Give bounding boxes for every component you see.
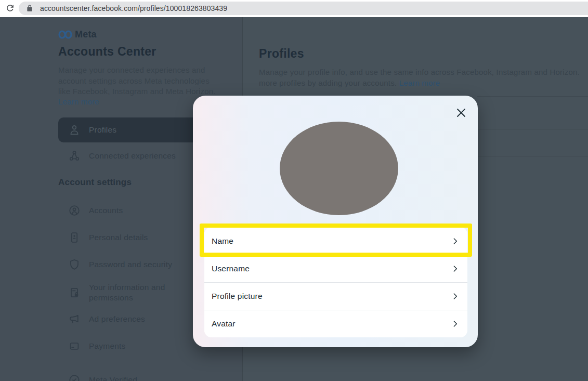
- profiles-page-description: Manage your profile info, and use the sa…: [259, 67, 580, 88]
- username-row[interactable]: Username: [204, 255, 467, 282]
- accounts-center-title: Accounts Center: [58, 45, 156, 59]
- list-separator: [477, 96, 588, 97]
- close-icon[interactable]: [453, 105, 469, 121]
- verified-badge-icon: [68, 374, 81, 381]
- browser-chrome: accountscenter.facebook.com/profiles/100…: [0, 0, 588, 17]
- shield-icon: [68, 258, 81, 271]
- sidebar-item-label: Password and security: [89, 260, 172, 269]
- chevron-right-icon: [450, 236, 460, 246]
- chevron-right-icon: [450, 319, 460, 329]
- meta-logo: Meta: [58, 29, 97, 40]
- sidebar-item-label: Personal details: [89, 233, 148, 242]
- profile-settings-list: Name Username Profile picture Avatar: [204, 227, 467, 337]
- sidebar-item-label: Your information andpermissions: [89, 282, 165, 303]
- url-bar[interactable]: accountscenter.facebook.com/profiles/100…: [19, 2, 588, 15]
- sidebar-item-label: Meta Verified: [89, 375, 137, 381]
- profile-picture-row[interactable]: Profile picture: [204, 282, 467, 310]
- name-row[interactable]: Name: [204, 227, 467, 255]
- account-settings-heading: Account settings: [58, 177, 132, 188]
- sidebar-learn-more-link[interactable]: Learn more: [58, 97, 99, 106]
- id-card-icon: [68, 231, 81, 244]
- profile-details-modal: Name Username Profile picture Avatar: [193, 96, 478, 347]
- profile-photo-placeholder: [280, 122, 398, 215]
- sidebar-item-label: Payments: [89, 341, 126, 351]
- list-separator: [477, 156, 588, 156]
- person-icon: [68, 124, 81, 136]
- sidebar-item-label: Connected experiences: [89, 151, 176, 161]
- screen: accountscenter.facebook.com/profiles/100…: [0, 0, 588, 381]
- sidebar-description: Manage your connected experiences and ac…: [58, 65, 216, 97]
- list-separator: [477, 129, 588, 129]
- credit-card-icon: [68, 340, 81, 352]
- meta-infinity-icon: [58, 30, 72, 39]
- sidebar-item-label: Accounts: [89, 206, 123, 215]
- meta-brand-name: Meta: [75, 29, 97, 40]
- main-learn-more-link[interactable]: Learn more: [399, 78, 440, 87]
- sidebar-item-meta-verified[interactable]: Meta Verified: [58, 367, 230, 381]
- avatar-row[interactable]: Avatar: [204, 310, 467, 337]
- megaphone-icon: [68, 313, 81, 325]
- profiles-page-title: Profiles: [259, 47, 304, 61]
- sidebar-item-label: Ad preferences: [89, 314, 145, 324]
- refresh-icon[interactable]: [5, 3, 16, 14]
- url-text: accountscenter.facebook.com/profiles/100…: [40, 4, 227, 12]
- person-circle-icon: [68, 204, 81, 217]
- chevron-right-icon: [450, 291, 460, 301]
- document-lock-icon: [68, 286, 81, 299]
- sidebar-item-label: Profiles: [89, 125, 116, 135]
- network-icon: [68, 150, 81, 162]
- lock-icon: [26, 5, 33, 12]
- chevron-right-icon: [450, 264, 460, 274]
